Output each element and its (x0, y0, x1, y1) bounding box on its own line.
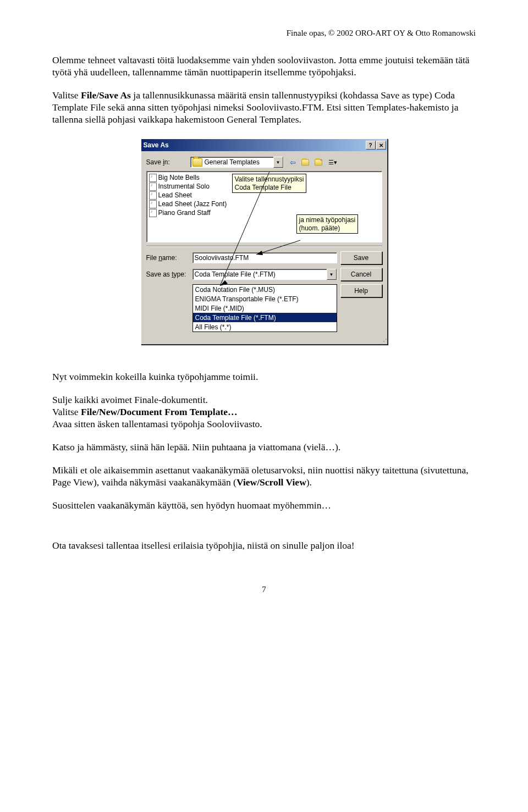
dialog-wrap: Save As ? ✕ Save in: General Templates (52, 139, 476, 345)
paragraph-2: Valitse File/Save As ja tallennusikkunas… (52, 90, 476, 126)
tooltip-line: Coda Template File (235, 184, 304, 191)
page-number: 7 (52, 585, 476, 594)
chevron-down-icon[interactable]: ▼ (327, 269, 337, 280)
help-button[interactable]: Help (340, 284, 382, 297)
file-name: Instrumental Solo (158, 183, 210, 190)
file-list[interactable]: Big Note Bells Instrumental Solo Lead Sh… (146, 171, 382, 242)
dialog-title: Save As (144, 141, 169, 149)
new-folder-icon[interactable]: ✶ (314, 157, 326, 168)
p6-b: View/Scroll View (237, 477, 306, 488)
filename-label: File name: (146, 254, 193, 262)
tooltip-line: (huom. pääte) (299, 224, 356, 232)
titlebar: Save As ? ✕ (141, 139, 387, 151)
list-item[interactable]: Lead Sheet (Jazz Font) (149, 200, 380, 208)
p2-bold: File/Save As (81, 90, 131, 101)
chevron-down-icon[interactable]: ▼ (273, 157, 283, 168)
nav-toolbar: ⇦ ✶ ☰▾ (287, 157, 339, 168)
back-icon[interactable]: ⇦ (287, 157, 299, 168)
paragraph-6: Mikäli et ole aikaisemmin asettanut vaak… (52, 465, 476, 489)
p4-l3: Avaa sitten äsken tallentamasi työpohja … (52, 418, 262, 429)
saveastype-value: Coda Template File (*.FTM) (195, 270, 276, 278)
paragraph-4: Sulje kaikki avoimet Finale-dokumentit. … (52, 394, 476, 430)
save-as-dialog: Save As ? ✕ Save in: General Templates (141, 139, 388, 345)
type-option[interactable]: MIDI File (*.MID) (193, 303, 337, 313)
type-option[interactable]: ENIGMA Transportable File (*.ETF) (193, 294, 337, 303)
type-option[interactable]: All Files (*.*) (193, 322, 337, 332)
page: Finale opas, © 2002 ORO-ART OY & Otto Ro… (0, 0, 528, 616)
file-icon (149, 200, 157, 208)
tooltip-line: ja nimeä työpohjasi (299, 216, 356, 224)
type-option[interactable]: Coda Notation File (*.MUS) (193, 285, 337, 294)
paragraph-5: Katso ja hämmästy, siinä hän lepää. Niin… (52, 441, 476, 454)
save-in-combo[interactable]: General Templates ▼ (190, 157, 284, 168)
up-folder-icon[interactable] (300, 157, 312, 168)
file-name: Lead Sheet (Jazz Font) (158, 200, 227, 208)
file-icon (149, 209, 157, 217)
file-icon (149, 183, 157, 190)
divider (146, 246, 382, 247)
file-icon (149, 174, 157, 181)
paragraph-8: Ota tavaksesi tallentaa itsellesi erilai… (52, 540, 476, 552)
file-icon (149, 191, 157, 199)
header-copyright: Finale opas, © 2002 ORO-ART OY & Otto Ro… (52, 29, 476, 38)
paragraph-3: Nyt voimmekin kokeilla kuinka työpohjamm… (52, 371, 476, 383)
p4-l1: Sulje kaikki avoimet Finale-dokumentit. (52, 394, 208, 405)
close-titlebutton[interactable]: ✕ (376, 141, 386, 150)
tooltip-name-file: ja nimeä työpohjasi (huom. pääte) (296, 214, 359, 234)
saveastype-label: Save as type: (146, 270, 193, 278)
save-button[interactable]: Save (340, 251, 382, 264)
p4-l2b: File/New/Document From Template… (81, 406, 238, 417)
p4-l2a: Valitse (52, 406, 81, 417)
help-titlebutton[interactable]: ? (366, 141, 376, 150)
file-name: Piano Grand Staff (158, 209, 211, 217)
saveastype-combo[interactable]: Coda Template File (*.FTM) ▼ (193, 269, 337, 280)
views-icon[interactable]: ☰▾ (327, 157, 339, 168)
resize-grip[interactable]: ⋰ (141, 340, 387, 344)
paragraph-7: Suosittelen vaakanäkymän käyttöä, sen hy… (52, 500, 476, 512)
save-in-label: Save in: (146, 158, 190, 166)
paragraph-1: Olemme tehneet valtavasti töitä luodakse… (52, 54, 476, 79)
file-name: Lead Sheet (158, 191, 192, 199)
saveastype-dropdown[interactable]: Coda Notation File (*.MUS) ENIGMA Transp… (193, 284, 337, 332)
filename-value: Sooloviivasto.FTM (195, 254, 249, 262)
file-name: Big Note Bells (158, 174, 200, 181)
save-in-value: General Templates (205, 158, 260, 166)
type-option-selected[interactable]: Coda Template File (*.FTM) (193, 313, 337, 322)
tooltip-line: Valitse tallennustyypiksi (235, 175, 304, 183)
tooltip-save-type: Valitse tallennustyypiksi Coda Template … (232, 174, 307, 193)
folder-icon (193, 158, 202, 167)
cancel-button[interactable]: Cancel (340, 268, 382, 281)
p6-c: ). (306, 477, 312, 488)
filename-input[interactable]: Sooloviivasto.FTM (193, 252, 337, 263)
p2-a: Valitse (52, 90, 81, 101)
